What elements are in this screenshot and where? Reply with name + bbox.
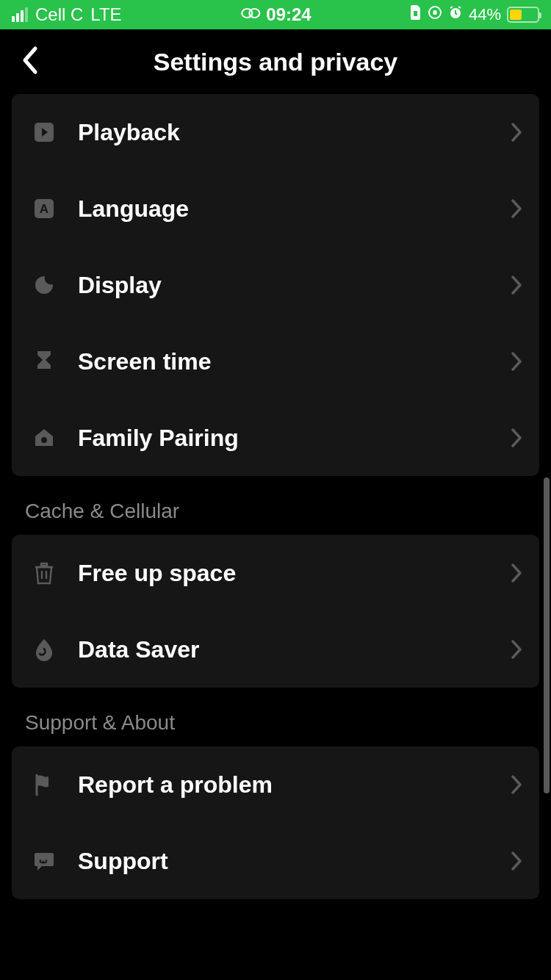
row-label: Free up space: [78, 560, 236, 587]
settings-row-language[interactable]: A Language: [12, 170, 539, 247]
row-label: Language: [78, 195, 189, 223]
settings-row-family-pairing[interactable]: Family Pairing: [12, 400, 539, 476]
section-support: Report a problem Support: [12, 746, 539, 899]
settings-row-free-up-space[interactable]: Free up space: [12, 535, 539, 611]
row-label: Report a problem: [78, 771, 273, 799]
chevron-right-icon: [510, 121, 523, 143]
language-icon: A: [28, 192, 60, 225]
chevron-right-icon: [510, 850, 523, 872]
time-label: 09:24: [266, 4, 311, 25]
battery-icon: [507, 7, 539, 23]
rotation-lock-icon: [428, 5, 442, 24]
settings-row-data-saver[interactable]: Data Saver: [12, 611, 539, 688]
svg-point-9: [41, 437, 47, 443]
sim-icon: [410, 5, 422, 24]
chevron-right-icon: [510, 274, 523, 296]
row-label: Data Saver: [78, 636, 199, 663]
signal-icon: [12, 7, 28, 22]
status-left: Cell C LTE: [12, 4, 122, 25]
section-header-support: Support & About: [0, 688, 551, 746]
settings-row-support[interactable]: Support: [12, 823, 539, 899]
status-right: 44%: [410, 5, 539, 24]
network-label: LTE: [90, 4, 121, 25]
page-header: Settings and privacy: [0, 29, 551, 94]
status-center: 09:24: [240, 4, 311, 25]
chat-icon: [28, 845, 60, 877]
chevron-right-icon: [510, 198, 523, 220]
trash-icon: [28, 557, 60, 589]
chevron-right-icon: [510, 427, 523, 449]
section-cache: Free up space Data Saver: [12, 535, 539, 688]
carrier-label: Cell C: [35, 4, 83, 25]
chevron-right-icon: [510, 562, 523, 584]
chevron-right-icon: [510, 350, 523, 372]
flag-icon: [28, 768, 60, 801]
row-label: Screen time: [78, 348, 211, 375]
row-label: Family Pairing: [78, 425, 239, 452]
row-label: Display: [78, 272, 162, 299]
row-label: Support: [78, 848, 168, 875]
svg-text:A: A: [40, 202, 48, 216]
settings-row-screen-time[interactable]: Screen time: [12, 323, 539, 400]
row-label: Playback: [78, 119, 180, 146]
scrollbar[interactable]: [544, 478, 550, 793]
link-icon: [240, 4, 262, 25]
settings-row-display[interactable]: Display: [12, 247, 539, 323]
section-general: Playback A Language Display: [12, 94, 539, 476]
status-bar: Cell C LTE 09:24 44%: [0, 0, 551, 29]
svg-rect-4: [433, 10, 436, 15]
home-icon: [28, 422, 60, 454]
page-title: Settings and privacy: [154, 48, 398, 76]
chevron-right-icon: [510, 638, 523, 660]
display-icon: [28, 269, 60, 301]
section-header-cache: Cache & Cellular: [0, 476, 551, 535]
settings-row-playback[interactable]: Playback: [12, 94, 539, 170]
chevron-right-icon: [510, 774, 523, 796]
data-saver-icon: [28, 633, 60, 666]
playback-icon: [28, 116, 60, 148]
svg-rect-2: [414, 11, 417, 16]
hourglass-icon: [28, 345, 60, 378]
svg-point-1: [249, 9, 259, 18]
battery-pct-label: 44%: [469, 5, 501, 24]
back-button[interactable]: [21, 46, 40, 78]
alarm-icon: [448, 5, 463, 24]
settings-row-report-problem[interactable]: Report a problem: [12, 746, 539, 823]
